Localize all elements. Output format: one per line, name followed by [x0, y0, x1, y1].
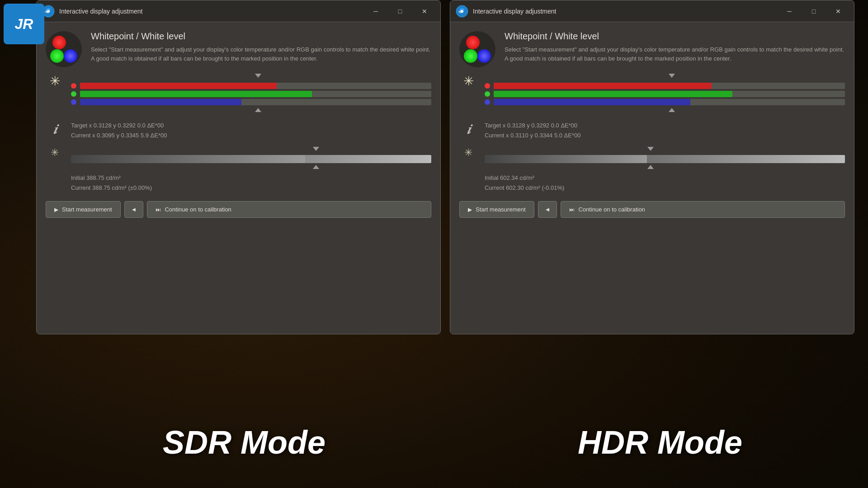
- sdr-button-bar: ▶ Start measurement ◄ ⏭ Continue on to c…: [46, 201, 431, 218]
- sdr-content: Whitepoint / White level Select "Start m…: [37, 22, 440, 334]
- sdr-brightness-bar-container: Initial 388.75 cd/m² Current 388.75 cd/m…: [71, 147, 431, 193]
- sdr-skip-icon: ⏭: [156, 206, 161, 213]
- hdr-maximize-button[interactable]: □: [803, 4, 824, 19]
- sdr-mode-label: SDR Mode: [36, 424, 452, 461]
- hdr-brightness-bar-container: Initial 602.34 cd/m² Current 602.30 cd/m…: [485, 147, 845, 193]
- sdr-header-text: Whitepoint / White level Select "Start m…: [91, 31, 431, 63]
- hdr-sound-icon: ◄: [545, 206, 551, 213]
- sdr-play-icon: ▶: [54, 206, 58, 213]
- sdr-header: Whitepoint / White level Select "Start m…: [46, 31, 431, 67]
- hdr-r-track: [494, 83, 845, 89]
- hdr-info-section: 𝑖 Target x 0.3128 y 0.3292 0.0 ΔE*00 Cur…: [459, 121, 845, 141]
- hdr-info-text: Target x 0.3128 y 0.3292 0.0 ΔE*00 Curre…: [485, 121, 581, 141]
- logo-text: JR: [15, 16, 33, 33]
- hdr-b-fill: [494, 99, 690, 105]
- sdr-sound-icon: ◄: [131, 206, 137, 213]
- hdr-top-markers: [485, 74, 845, 80]
- sdr-r-fill: [80, 83, 277, 89]
- mode-labels: SDR Mode HDR Mode: [0, 424, 868, 461]
- sdr-bottom-triangle: [255, 108, 261, 112]
- sdr-r-dot: [71, 83, 76, 89]
- hdr-sun-icon: ✳: [459, 74, 477, 89]
- sdr-continue-button[interactable]: ⏭ Continue on to calibration: [147, 201, 431, 218]
- sdr-bottom-markers: [71, 108, 431, 114]
- sdr-window-title: Interactive display adjustment: [59, 8, 365, 15]
- hdr-content: Whitepoint / White level Select "Start m…: [450, 22, 854, 334]
- sdr-window: Interactive display adjustment ─ □ ✕ Wh: [36, 0, 441, 334]
- sdr-brightness-section: ✳: [46, 147, 431, 193]
- hdr-r-fill: [494, 83, 712, 89]
- sdr-g-fill: [80, 91, 312, 97]
- hdr-brightness-info: Initial 602.34 cd/m² Current 602.30 cd/m…: [485, 173, 845, 193]
- sdr-window-controls: ─ □ ✕: [365, 4, 435, 19]
- sdr-r-track: [80, 83, 431, 89]
- sdr-target-line: Target x 0.3128 y 0.3292 0.0 ΔE*00: [71, 121, 167, 131]
- hdr-g-fill: [494, 91, 732, 97]
- sdr-br-top-marker: [71, 147, 431, 153]
- hdr-sound-button[interactable]: ◄: [538, 201, 557, 218]
- hdr-b-bar-row: [485, 99, 845, 105]
- sdr-green-circle: [50, 49, 64, 63]
- hdr-play-icon: ▶: [468, 206, 472, 213]
- sdr-color-icon: [46, 31, 82, 67]
- hdr-blue-circle: [477, 49, 491, 63]
- sdr-start-button[interactable]: ▶ Start measurement: [46, 201, 121, 218]
- hdr-b-dot: [485, 99, 490, 105]
- hdr-section-title: Whitepoint / White level: [505, 31, 845, 42]
- hdr-target-line: Target x 0.3128 y 0.3292 0.0 ΔE*00: [485, 121, 581, 131]
- hdr-section-desc: Select "Start measurement" and adjust yo…: [505, 45, 845, 63]
- sdr-brightness-info: Initial 388.75 cd/m² Current 388.75 cd/m…: [71, 173, 431, 193]
- sdr-current-brightness: Current 388.75 cd/m² (±0.00%): [71, 183, 431, 193]
- hdr-start-label: Start measurement: [476, 206, 526, 213]
- hdr-continue-button[interactable]: ⏭ Continue on to calibration: [561, 201, 845, 218]
- sdr-close-button[interactable]: ✕: [414, 4, 435, 19]
- hdr-close-button[interactable]: ✕: [828, 4, 849, 19]
- sdr-minimize-button[interactable]: ─: [365, 4, 386, 19]
- sdr-continue-label: Continue on to calibration: [165, 206, 231, 213]
- hdr-minimize-button[interactable]: ─: [779, 4, 800, 19]
- hdr-brightness-track: [485, 155, 845, 163]
- sdr-info-icon: 𝑖: [46, 122, 64, 137]
- hdr-current-line: Current x 0.3110 y 0.3344 5.0 ΔE*00: [485, 131, 581, 141]
- hdr-window-title: Interactive display adjustment: [473, 8, 779, 15]
- sdr-info-section: 𝑖 Target x 0.3128 y 0.3292 0.0 ΔE*00 Cur…: [46, 121, 431, 141]
- sdr-bars-container: [71, 74, 431, 114]
- sdr-brightness-track: [71, 155, 431, 163]
- sdr-g-track: [80, 91, 431, 97]
- sdr-top-triangle: [255, 74, 261, 78]
- sdr-section-title: Whitepoint / White level: [91, 31, 431, 42]
- sdr-start-label: Start measurement: [62, 206, 112, 213]
- hdr-red-circle: [466, 36, 480, 49]
- hdr-button-bar: ▶ Start measurement ◄ ⏭ Continue on to c…: [459, 201, 845, 218]
- sdr-sun-icon: ✳: [46, 74, 64, 89]
- hdr-rgb-section: ✳: [459, 74, 845, 114]
- hdr-g-dot: [485, 91, 490, 97]
- hdr-br-bottom-triangle: [647, 165, 654, 169]
- sdr-info-text: Target x 0.3128 y 0.3292 0.0 ΔE*00 Curre…: [71, 121, 167, 141]
- sdr-title-bar: Interactive display adjustment ─ □ ✕: [37, 0, 440, 22]
- sdr-red-circle: [52, 36, 66, 49]
- hdr-header-text: Whitepoint / White level Select "Start m…: [505, 31, 845, 63]
- sdr-sound-button[interactable]: ◄: [124, 201, 144, 218]
- sdr-top-markers: [71, 74, 431, 80]
- hdr-br-bottom-marker: [485, 165, 845, 171]
- hdr-window-controls: ─ □ ✕: [779, 4, 849, 19]
- hdr-green-circle: [464, 49, 477, 63]
- hdr-color-icon: [459, 31, 495, 67]
- hdr-start-button[interactable]: ▶ Start measurement: [459, 201, 534, 218]
- sdr-maximize-button[interactable]: □: [390, 4, 410, 19]
- sdr-g-bar-row: [71, 91, 431, 97]
- hdr-header: Whitepoint / White level Select "Start m…: [459, 31, 845, 67]
- hdr-app-icon: [456, 5, 468, 18]
- sdr-blue-circle: [64, 49, 77, 63]
- hdr-current-brightness: Current 602.30 cd/m² (-0.01%): [485, 183, 845, 193]
- hdr-continue-label: Continue on to calibration: [578, 206, 645, 213]
- hdr-bottom-triangle: [669, 108, 675, 112]
- hdr-window: Interactive display adjustment ─ □ ✕ Wh: [450, 0, 854, 334]
- sdr-current-line: Current x 0.3095 y 0.3345 5.9 ΔE*00: [71, 131, 167, 141]
- sdr-br-bottom-marker: [71, 165, 431, 171]
- hdr-skip-icon: ⏭: [569, 206, 575, 213]
- sdr-b-track: [80, 99, 431, 105]
- hdr-bars-container: [485, 74, 845, 114]
- hdr-br-top-triangle: [647, 147, 654, 151]
